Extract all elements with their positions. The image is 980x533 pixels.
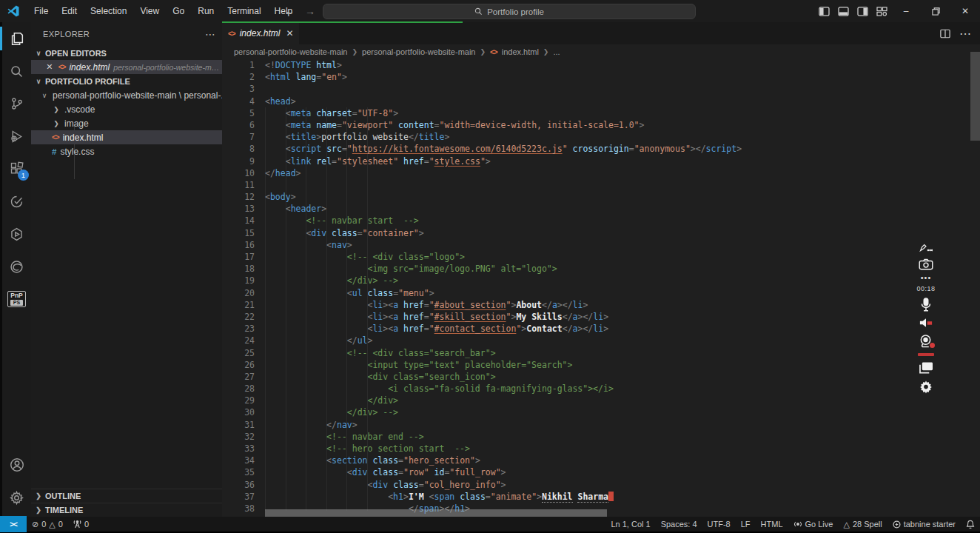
menu-file[interactable]: File — [27, 3, 55, 19]
timeline-section[interactable]: ❯ TIMELINE — [31, 503, 222, 517]
code-line-11[interactable] — [265, 179, 980, 191]
draw-pen-icon[interactable] — [919, 243, 933, 253]
breadcrumb-folder[interactable]: personal-portfolio-website-main — [234, 47, 347, 56]
code-line-4[interactable]: <head> — [265, 95, 980, 107]
pnp-powershell-icon[interactable]: PnPPS — [2, 283, 31, 315]
open-editors-section[interactable]: ∨ OPEN EDITORS — [31, 46, 222, 60]
code-line-18[interactable]: <img src="image/logo.PNG" alt="logo"> — [265, 263, 980, 275]
menu-run[interactable]: Run — [191, 3, 221, 19]
code-line-2[interactable]: <html lang="en"> — [265, 71, 980, 83]
toggle-panel-icon[interactable] — [833, 0, 853, 22]
code-line-27[interactable]: <div class="search_icon"> — [265, 371, 980, 383]
menu-go[interactable]: Go — [166, 3, 191, 19]
toggle-secondary-sidebar-icon[interactable] — [853, 0, 872, 22]
back-arrow-icon[interactable]: ← — [284, 5, 295, 17]
code-line-28[interactable]: <i class="fa-solid fa-magnifying-glass">… — [265, 383, 980, 395]
code-line-10[interactable]: </head> — [265, 167, 980, 179]
customize-layout-icon[interactable] — [872, 0, 891, 22]
restore-button[interactable] — [921, 0, 950, 22]
command-center-search[interactable]: Portfolio profile — [323, 4, 696, 19]
testing-check-icon[interactable] — [2, 185, 31, 218]
file-stylecss[interactable]: # style.css — [31, 144, 222, 158]
forward-arrow-icon[interactable]: → — [305, 5, 315, 17]
code-line-24[interactable]: </ul> — [265, 335, 980, 346]
menu-edit[interactable]: Edit — [55, 3, 84, 19]
menu-selection[interactable]: Selection — [84, 3, 133, 19]
recorder-settings-gear-icon[interactable] — [919, 379, 933, 394]
code-line-6[interactable]: <meta name="viewport" content="width=dev… — [265, 119, 980, 131]
code-line-8[interactable]: <script src="https://kit.fontawesome.com… — [265, 143, 980, 155]
code-line-23[interactable]: <li><a href="#contact_section">Contact</… — [265, 323, 980, 335]
search-sidebar-icon[interactable] — [2, 55, 31, 87]
editor-more-actions-icon[interactable]: ⋯ — [959, 27, 971, 41]
encoding[interactable]: UTF-8 — [702, 516, 736, 532]
explorer-icon[interactable] — [2, 22, 31, 55]
edge-browser-icon[interactable] — [2, 250, 31, 283]
code-line-14[interactable]: <!-- navbar start --> — [265, 215, 980, 227]
code-line-22[interactable]: <li><a href="#skill_section">My Skills</… — [265, 311, 980, 323]
menu-terminal[interactable]: Terminal — [221, 3, 267, 19]
code-line-19[interactable]: </div> --> — [265, 275, 980, 286]
code-line-9[interactable]: <link rel="stylesheet" href="style.css"> — [265, 155, 980, 167]
breadcrumb-file[interactable]: index.html — [502, 47, 539, 56]
code-line-33[interactable]: <!-- hero section start --> — [265, 443, 980, 455]
go-live-button[interactable]: Go Live — [788, 516, 839, 532]
code-line-26[interactable]: <input type="text" placeholder="Search"> — [265, 359, 980, 371]
project-section-header[interactable]: ∨ PORTFOLIO PROFILE — [31, 74, 222, 88]
accounts-icon[interactable] — [2, 449, 31, 481]
code-line-21[interactable]: <li><a href="#about_section">About</a></… — [265, 299, 980, 311]
extensions-icon[interactable]: 1 — [2, 152, 31, 185]
hexagon-play-icon[interactable] — [2, 218, 31, 250]
close-editor-icon[interactable]: ✕ — [44, 62, 55, 72]
run-debug-icon[interactable] — [2, 120, 31, 152]
code-line-36[interactable]: <div class="col_hero_info"> — [265, 479, 980, 491]
code-line-12[interactable]: <body> — [265, 191, 980, 203]
code-editor[interactable]: 1234567891011121314151617181920212223242… — [222, 59, 980, 517]
cursor-position[interactable]: Ln 1, Col 1 — [605, 516, 655, 532]
code-line-32[interactable]: <!-- navbar end --> — [265, 431, 980, 443]
ports-indicator[interactable]: 0 — [68, 516, 94, 532]
close-button[interactable]: ✕ — [950, 0, 980, 22]
spell-checker-status[interactable]: △ 28 Spell — [838, 516, 887, 532]
screenshot-camera-icon[interactable] — [919, 258, 933, 270]
code-line-13[interactable]: <header> — [265, 203, 980, 215]
settings-gear-icon[interactable] — [2, 481, 31, 514]
eol-sequence[interactable]: LF — [736, 516, 756, 532]
notifications-bell-icon[interactable] — [961, 516, 980, 532]
outline-section[interactable]: ❯ OUTLINE — [31, 489, 222, 503]
source-control-icon[interactable] — [2, 87, 31, 120]
code-line-31[interactable]: </nav> — [265, 419, 980, 431]
recorder-more-icon[interactable]: ••• — [921, 275, 932, 280]
remote-indicator[interactable]: >< — [0, 516, 27, 532]
code-line-1[interactable]: <!DOCTYPE html> — [265, 59, 980, 71]
code-line-29[interactable]: </div> — [265, 395, 980, 406]
problems-indicator[interactable]: ⊘ 0 △ 0 — [27, 516, 68, 532]
language-mode[interactable]: HTML — [756, 516, 788, 532]
vertical-scrollbar[interactable] — [970, 52, 980, 141]
split-editor-icon[interactable] — [940, 29, 950, 38]
breadcrumb-symbol[interactable]: ... — [553, 47, 560, 56]
code-line-3[interactable] — [265, 83, 980, 95]
microphone-icon[interactable] — [921, 298, 931, 312]
explorer-more-actions-icon[interactable]: ⋯ — [205, 28, 216, 40]
code-line-17[interactable]: <!-- <div class="logo"> — [265, 251, 980, 263]
speaker-muted-icon[interactable] — [919, 317, 933, 329]
toggle-sidebar-icon[interactable] — [814, 0, 833, 22]
close-tab-icon[interactable]: ✕ — [286, 28, 293, 38]
code-line-25[interactable]: <!-- <div class="search_bar"> — [265, 347, 980, 359]
menu-view[interactable]: View — [133, 3, 166, 19]
folder-image[interactable]: ❯ image — [31, 116, 222, 130]
tabnine-status[interactable]: tabnine starter — [887, 516, 961, 532]
code-line-35[interactable]: <div class="row" id="full_row"> — [265, 466, 980, 478]
layers-copy-icon[interactable] — [919, 361, 933, 374]
root-folder-row[interactable]: ∨ personal-portfolio-website-main \ pers… — [31, 88, 222, 102]
code-line-7[interactable]: <title>portfolio website</title> — [265, 131, 980, 143]
code-line-5[interactable]: <meta charset="UTF-8"> — [265, 107, 980, 119]
code-line-20[interactable]: <ul class="menu"> — [265, 287, 980, 299]
file-indexhtml[interactable]: <> index.html — [31, 130, 222, 144]
code-line-34[interactable]: <section class="hero_section"> — [265, 455, 980, 466]
minimize-button[interactable]: – — [891, 0, 921, 22]
breadcrumb-folder[interactable]: personal-portfolio-website-main — [362, 47, 475, 56]
webcam-icon[interactable] — [919, 334, 933, 348]
code-line-16[interactable]: <nav> — [265, 239, 980, 251]
